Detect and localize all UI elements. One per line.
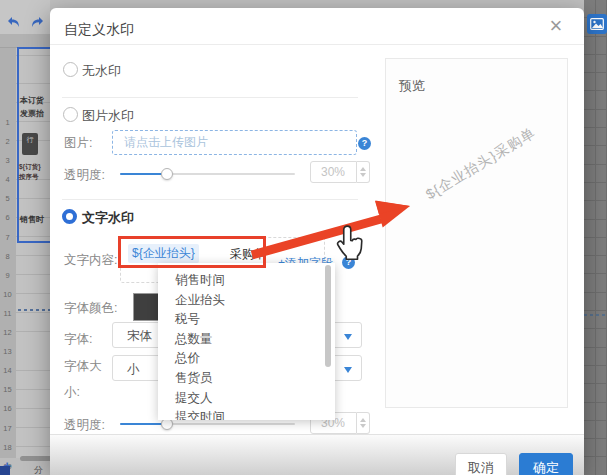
font-size-label-line2: 小: — [64, 384, 80, 401]
dropdown-item[interactable]: 提交时间 — [158, 408, 335, 420]
screen: 1234567891011121314151617181920 本订货 发票抬 … — [0, 0, 607, 475]
spinner-down-icon[interactable] — [360, 424, 366, 428]
help-icon[interactable]: ? — [358, 137, 371, 150]
preview-title: 预览 — [399, 77, 425, 95]
preview-panel: 预览 ${企业抬头}采购单 — [385, 58, 568, 408]
text-content-label: 文字内容: — [64, 252, 117, 269]
font-color-label: 字体颜色: — [64, 300, 117, 317]
dropdown-item[interactable]: 提交人 — [158, 389, 335, 409]
cancel-button[interactable]: 取消 — [455, 453, 507, 475]
radio-label-no-watermark[interactable]: 无水印 — [82, 62, 121, 80]
opacity-spinner[interactable] — [357, 161, 370, 183]
page-break-line — [584, 314, 607, 316]
chevron-down-icon — [344, 334, 352, 340]
radio-label-image-watermark[interactable]: 图片水印 — [82, 107, 134, 125]
font-select-value: 宋体 — [127, 328, 152, 345]
dialog-footer: 取消 确定 — [50, 434, 584, 475]
divider — [50, 44, 584, 45]
opacity-value-input[interactable]: 30% — [310, 161, 357, 183]
chevron-down-icon — [344, 367, 352, 373]
radio-label-text-watermark[interactable]: 文字水印 — [82, 209, 134, 227]
dropdown-item[interactable]: 总价 — [158, 349, 335, 369]
divider — [62, 97, 358, 98]
dropdown-item[interactable]: 销售时间 — [158, 271, 335, 291]
modal-dim-overlay — [0, 0, 50, 475]
text-opacity-spinner[interactable] — [357, 412, 370, 434]
red-annotation-box — [118, 236, 266, 268]
picture-label: 图片: — [64, 135, 92, 152]
radio-no-watermark[interactable] — [63, 62, 78, 77]
dropdown-item[interactable]: 税号 — [158, 310, 335, 330]
confirm-button[interactable]: 确定 — [519, 453, 573, 475]
field-dropdown-menu: 销售时间 企业抬头 税号 总数量 总价 售货员 提交人 提交时间 — [158, 263, 335, 420]
dropdown-item[interactable]: 售货员 — [158, 369, 335, 389]
divider — [62, 199, 358, 200]
dialog-title: 自定义水印 — [64, 21, 134, 39]
font-size-label-line1: 字体大 — [64, 358, 102, 375]
spinner-down-icon[interactable] — [360, 173, 366, 177]
upload-image-box[interactable]: 请点击上传图片 — [112, 130, 357, 155]
dropdown-item[interactable]: 企业抬头 — [158, 291, 335, 311]
spinner-up-icon[interactable] — [360, 167, 366, 171]
opacity-slider[interactable] — [120, 168, 295, 180]
close-icon[interactable]: × — [544, 14, 568, 38]
radio-text-watermark[interactable] — [62, 209, 77, 224]
slider-handle[interactable] — [161, 168, 173, 180]
opacity-label: 透明度: — [64, 167, 105, 184]
image-app-icon[interactable] — [587, 14, 607, 34]
watermark-preview-text: ${企业抬头}采购单 — [423, 124, 540, 204]
opacity-label: 透明度: — [64, 417, 105, 434]
dropdown-scrollbar[interactable] — [325, 265, 331, 367]
font-size-select-value: 小 — [127, 361, 140, 378]
font-label: 字体: — [64, 331, 92, 348]
help-icon[interactable]: ? — [342, 256, 355, 269]
spinner-up-icon[interactable] — [360, 418, 366, 422]
background-spreadsheet-right — [584, 0, 607, 475]
radio-image-watermark[interactable] — [63, 107, 78, 122]
dropdown-item[interactable]: 总数量 — [158, 330, 335, 350]
background-spreadsheet-left: 1234567891011121314151617181920 本订货 发票抬 … — [0, 0, 50, 475]
